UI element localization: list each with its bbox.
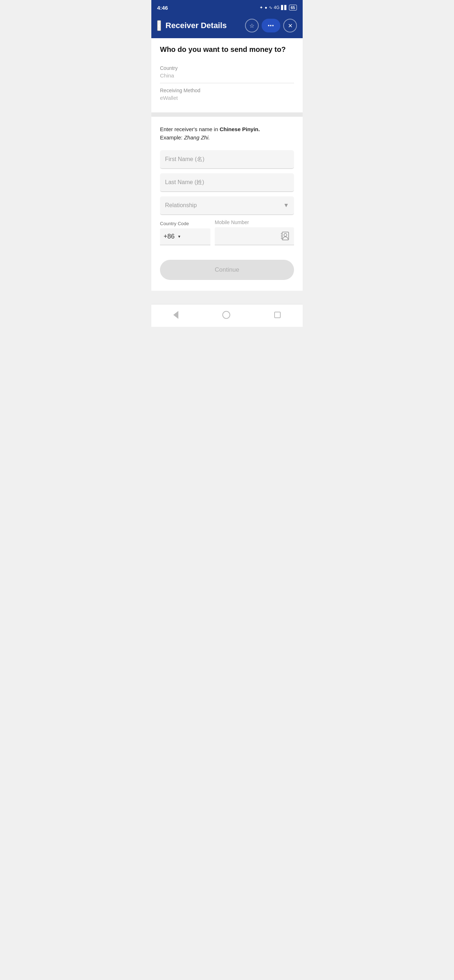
contact-picker-button[interactable] [280, 232, 290, 240]
page-title: Receiver Details [166, 21, 241, 30]
relationship-field[interactable]: Relationship ▼ [160, 196, 294, 215]
instruction-bold: Chinese Pinyin. [220, 126, 260, 132]
nav-back-button[interactable] [166, 309, 186, 321]
mobile-number-input[interactable] [218, 233, 280, 239]
section-divider [151, 112, 303, 117]
location-icon: ● [264, 5, 267, 10]
status-bar: 4:46 ✦ ● ∿ 4G ▋▋ 65 [151, 0, 303, 14]
back-button[interactable]: ‹ [157, 20, 161, 31]
send-field-group: Country China Receiving Method eWallet [160, 61, 294, 105]
country-code-arrow: ▼ [178, 235, 181, 239]
last-name-field[interactable] [160, 173, 294, 192]
phone-row: Country Code +86 ▼ Mobile Number [160, 220, 294, 245]
continue-section: Continue [151, 253, 303, 291]
status-icons: ✦ ● ∿ 4G ▋▋ 65 [260, 5, 297, 10]
send-details-section: Who do you want to send money to? Countr… [151, 38, 303, 112]
more-options-button[interactable]: ••• [261, 19, 280, 32]
country-code-selector[interactable]: +86 ▼ [160, 228, 210, 245]
country-code-field: Country Code +86 ▼ [160, 221, 210, 245]
first-name-input[interactable] [165, 156, 289, 162]
header-actions: ☆ ••• ✕ [245, 19, 297, 32]
first-name-field[interactable] [160, 150, 294, 169]
status-time: 4:46 [157, 5, 168, 11]
relationship-placeholder: Relationship [165, 202, 197, 208]
back-triangle-icon [173, 311, 178, 319]
signal-bars: ▋▋ [281, 5, 288, 10]
mobile-field: Mobile Number [215, 220, 294, 245]
close-button[interactable]: ✕ [283, 19, 297, 32]
last-name-input[interactable] [165, 179, 289, 186]
mobile-input-row [215, 228, 294, 245]
home-circle-icon [222, 311, 230, 319]
recent-square-icon [274, 312, 281, 318]
instruction-example-italic: Zhang Zhi. [184, 134, 210, 140]
relationship-dropdown-arrow: ▼ [283, 202, 289, 208]
country-field[interactable]: Country China [160, 61, 294, 83]
nav-recent-button[interactable] [267, 310, 288, 320]
method-label: Receiving Method [160, 88, 294, 93]
bluetooth-icon: ✦ [260, 5, 263, 10]
mobile-label: Mobile Number [215, 220, 294, 225]
country-code-label: Country Code [160, 221, 210, 226]
country-label: Country [160, 65, 294, 71]
continue-button[interactable]: Continue [160, 260, 294, 280]
country-code-value: +86 [164, 233, 175, 240]
country-value: China [160, 72, 294, 78]
contact-book-icon [280, 232, 290, 240]
signal-icon: 4G [274, 5, 280, 10]
bottom-navigation [151, 304, 303, 327]
battery-indicator: 65 [289, 5, 297, 10]
send-question: Who do you want to send money to? [160, 45, 294, 54]
wifi-icon: ∿ [269, 5, 272, 10]
receiver-form-section: Enter receiver's name in Chinese Pinyin.… [151, 117, 303, 253]
instruction-example-plain: Example: [160, 134, 184, 140]
app-header: ‹ Receiver Details ☆ ••• ✕ [151, 14, 303, 38]
receiving-method-field[interactable]: Receiving Method eWallet [160, 83, 294, 105]
star-button[interactable]: ☆ [245, 19, 259, 32]
form-instruction: Enter receiver's name in Chinese Pinyin.… [160, 126, 294, 142]
method-value: eWallet [160, 95, 294, 101]
svg-point-1 [284, 234, 287, 236]
nav-home-button[interactable] [215, 309, 237, 321]
instruction-plain: Enter receiver's name in [160, 126, 220, 132]
